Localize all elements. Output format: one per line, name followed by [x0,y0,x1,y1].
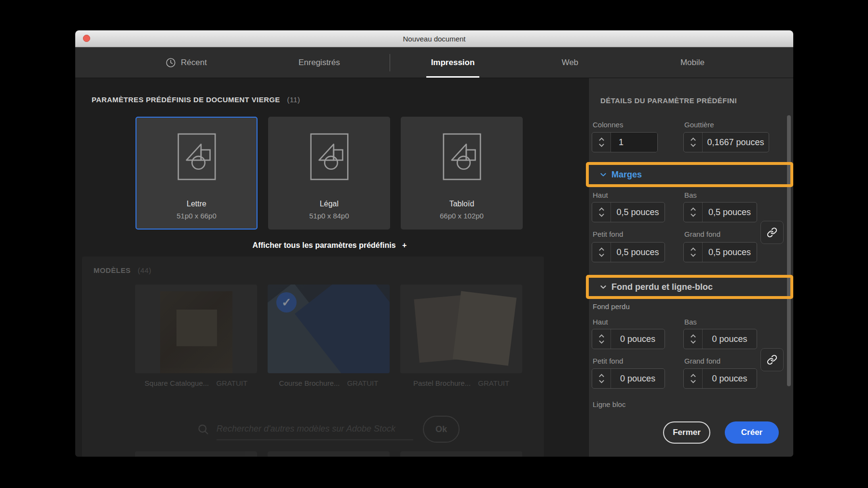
stepper-arrows[interactable] [684,133,703,152]
show-all-presets-link[interactable]: Afficher tous les paramètres prédéfinis … [136,241,524,250]
tab-label: Enregistrés [298,58,340,68]
marges-grand-fond-value[interactable]: 0,5 pouces [703,243,757,262]
template-tile-pastel-brochure[interactable] [400,285,522,373]
marges-haut-stepper[interactable]: 0,5 pouces [592,202,665,222]
marges-section-header[interactable]: Marges [599,162,642,187]
template-name: Pastel Brochure... [413,379,471,387]
colonnes-label: Colonnes [593,121,623,129]
fond-perdu-section-header[interactable]: Fond perdu et ligne-bloc [599,275,713,299]
next-template-row [135,451,522,457]
fp-grand-fond-label: Grand fond [684,357,720,365]
preset-card-lettre[interactable]: Lettre 51p0 x 66p0 [136,117,258,230]
chevron-down-icon [599,171,607,178]
stepper-arrows[interactable] [592,203,611,222]
tab-web[interactable]: Web [562,47,579,78]
marges-bas-stepper[interactable]: 0,5 pouces [683,202,757,222]
template-label: Pastel Brochure... GRATUIT [400,379,522,387]
preset-size: 66p0 x 102p0 [440,212,484,220]
fp-haut-value[interactable]: 0 pouces [611,329,665,349]
creer-button[interactable]: Créer [725,421,779,444]
stepper-arrows[interactable] [684,369,703,388]
tab-recent[interactable]: Récent [165,47,207,78]
stepper-up-icon[interactable] [598,207,605,211]
stepper-down-icon[interactable] [598,253,605,257]
stepper-up-icon[interactable] [690,137,696,141]
stepper-down-icon[interactable] [690,143,696,147]
blank-document-icon [443,133,481,180]
tab-saved[interactable]: Enregistrés [298,47,340,78]
fp-grand-fond-stepper[interactable]: 0 pouces [683,368,757,389]
fp-petit-fond-stepper[interactable]: 0 pouces [592,368,665,389]
tab-label: Impression [431,58,475,68]
stepper-arrows[interactable] [684,329,703,349]
stepper-down-icon[interactable] [598,213,605,217]
fond-perdu-link-values-button[interactable] [760,348,784,371]
stepper-down-icon[interactable] [598,380,605,383]
stepper-down-icon[interactable] [598,340,605,344]
stepper-up-icon[interactable] [690,207,696,211]
stepper-down-icon[interactable] [598,143,605,147]
marges-petit-fond-value[interactable]: 0,5 pouces [611,243,665,262]
marges-haut-value[interactable]: 0,5 pouces [611,203,665,222]
colonnes-stepper[interactable]: 1 [592,132,658,152]
marges-bas-value[interactable]: 0,5 pouces [703,203,757,222]
stepper-up-icon[interactable] [598,334,605,338]
stepper-down-icon[interactable] [690,340,696,344]
preset-details-panel: DÉTAILS DU PARAMÈTRE PRÉDÉFINI Colonnes … [588,78,793,457]
gouttiere-value[interactable]: 0,1667 pouces [703,133,769,152]
stepper-up-icon[interactable] [690,334,696,338]
stepper-arrows[interactable] [684,203,703,222]
link-icon [767,354,777,365]
stepper-up-icon[interactable] [598,247,605,251]
template-tile-course-brochure[interactable]: ✓ [268,285,390,373]
fp-haut-stepper[interactable]: 0 pouces [592,329,665,349]
stepper-arrows[interactable] [592,329,611,349]
gouttiere-stepper[interactable]: 0,1667 pouces [683,132,769,152]
tab-print[interactable]: Impression [431,47,475,78]
tab-separator [390,54,390,71]
fp-bas-value[interactable]: 0 pouces [703,329,757,349]
stepper-up-icon[interactable] [598,374,605,378]
stepper-down-icon[interactable] [690,213,696,217]
free-badge: GRATUIT [478,379,509,387]
stepper-up-icon[interactable] [690,374,696,378]
templates-heading-text: MODÈLES [94,266,131,274]
fp-bas-stepper[interactable]: 0 pouces [683,329,757,349]
marges-grand-fond-stepper[interactable]: 0,5 pouces [683,242,757,262]
marges-petit-fond-stepper[interactable]: 0,5 pouces [592,242,665,262]
stepper-arrows[interactable] [592,133,611,152]
stepper-arrows[interactable] [592,369,611,388]
search-ok-button[interactable]: Ok [423,416,460,443]
fp-bas-label: Bas [684,318,697,326]
window-title: Nouveau document [403,35,465,43]
marges-link-values-button[interactable] [760,221,784,244]
tab-mobile[interactable]: Mobile [680,47,705,78]
checkmark-icon: ✓ [276,292,297,312]
presets-area: PARAMÈTRES PRÉDÉFINIS DE DOCUMENT VIERGE… [75,78,588,457]
blank-document-icon [310,133,349,180]
stepper-arrows[interactable] [592,243,611,262]
fp-petit-fond-value[interactable]: 0 pouces [611,369,665,388]
colonnes-value[interactable]: 1 [611,133,657,152]
scrollbar-thumb[interactable] [787,115,791,386]
blank-presets-heading-text: PARAMÈTRES PRÉDÉFINIS DE DOCUMENT VIERGE [92,95,280,104]
stock-search-input[interactable]: Rechercher d'autres modèles sur Adobe St… [217,418,413,440]
ligne-bloc-label: Ligne bloc [593,400,625,408]
clock-icon [165,57,176,68]
blank-presets-count: (11) [287,95,300,104]
template-label: Square Catalogue... GRATUIT [135,379,257,387]
stepper-up-icon[interactable] [598,137,605,141]
stepper-down-icon[interactable] [690,253,696,257]
preset-size: 51p0 x 84p0 [309,212,349,220]
free-badge: GRATUIT [216,379,247,387]
stepper-up-icon[interactable] [690,247,696,251]
template-tile-square-catalogue[interactable] [135,285,257,373]
fp-grand-fond-value[interactable]: 0 pouces [703,369,757,388]
chevron-down-icon [599,283,607,291]
close-window-button[interactable] [83,35,90,42]
stepper-arrows[interactable] [684,243,703,262]
fermer-button[interactable]: Fermer [663,421,710,444]
preset-card-legal[interactable]: Légal 51p0 x 84p0 [268,117,390,230]
preset-card-tabloid[interactable]: Tabloïd 66p0 x 102p0 [401,117,523,230]
stepper-down-icon[interactable] [690,380,696,383]
